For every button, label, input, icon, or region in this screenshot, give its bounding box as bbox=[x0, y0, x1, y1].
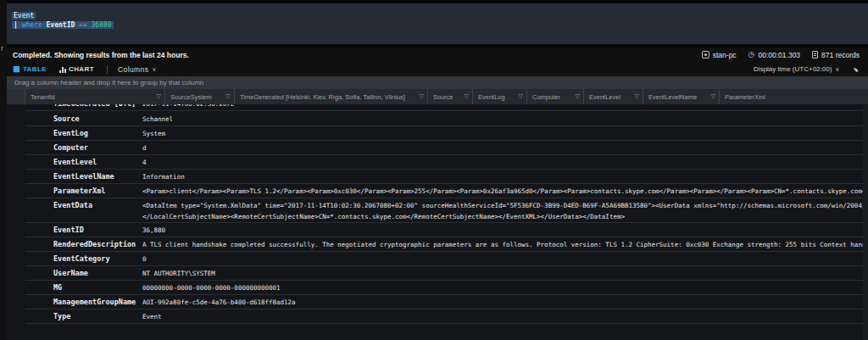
filter-icon[interactable]: ▽ bbox=[461, 93, 469, 100]
filter-icon[interactable]: ▽ bbox=[223, 93, 231, 100]
detail-value: 2017-11-14T08:02:30.207Z bbox=[142, 104, 868, 108]
filter-icon[interactable]: ▽ bbox=[153, 93, 161, 100]
pin-icon[interactable]: ✒ bbox=[851, 64, 861, 74]
detail-row[interactable]: Computer d bbox=[25, 141, 868, 155]
detail-key: ParameterXml bbox=[25, 187, 142, 195]
column-header-computer[interactable]: Computer ▽ bbox=[527, 89, 584, 104]
pipe-token: | bbox=[14, 21, 22, 29]
column-label: TimeGenerated [Helsinki, Kiev, Riga, Sof… bbox=[240, 93, 405, 101]
records-icon bbox=[812, 51, 818, 59]
detail-row[interactable]: EventData <DataItem type="System.XmlData… bbox=[25, 198, 868, 223]
filter-icon[interactable]: ▽ bbox=[515, 93, 523, 100]
detail-row[interactable]: EventLevel 4 bbox=[25, 155, 868, 170]
detail-key: Source bbox=[25, 114, 142, 123]
detail-row[interactable]: UserName NT AUTHORITY\SYSTEM bbox=[25, 266, 868, 281]
detail-key: RenderedDescription bbox=[25, 240, 142, 248]
detail-value: 4 bbox=[142, 159, 868, 166]
detail-value: AOI-992a80fe-c5de-4a76-b400-d618ff8ad12a bbox=[142, 298, 868, 306]
collapsed-side-panel[interactable]: r bbox=[0, 0, 7, 340]
detail-value: Information bbox=[142, 173, 868, 181]
workspace-indicator: stan-pc bbox=[702, 51, 737, 59]
display-time-chevron-icon: ∨ bbox=[835, 66, 839, 73]
column-label: EventLog bbox=[478, 93, 505, 101]
group-by-drop-zone[interactable]: Drag a column header and drop it here to… bbox=[7, 76, 868, 89]
workspace-icon bbox=[702, 51, 709, 59]
query-duration: 00:00:01.303 bbox=[758, 51, 800, 59]
detail-key: EventLevelName bbox=[25, 172, 142, 181]
detail-row[interactable]: EventLog System bbox=[25, 126, 868, 141]
column-header-parameterxml[interactable]: ParameterXml bbox=[720, 89, 868, 104]
column-label: TenantId bbox=[31, 93, 55, 101]
detail-row[interactable]: RenderedDescription A TLS client handsha… bbox=[25, 237, 868, 252]
query-editor[interactable]: Event | where EventID == 36880 bbox=[7, 3, 868, 44]
status-right-group: stan-pc ◷ 00:00:01.303 871 records bbox=[690, 51, 860, 59]
detail-value: Event bbox=[142, 313, 868, 320]
filter-icon[interactable]: ▽ bbox=[416, 93, 424, 100]
detail-row[interactable]: TimeGenerated [UTC] 2017-11-14T08:02:30.… bbox=[25, 104, 868, 111]
filter-icon[interactable]: ▽ bbox=[632, 93, 639, 100]
detail-value: d bbox=[142, 144, 868, 152]
columns-button[interactable]: Columns ∨ bbox=[118, 65, 157, 74]
tab-chart[interactable]: CHART bbox=[59, 65, 94, 73]
column-label: Source bbox=[433, 93, 453, 101]
records-indicator: 871 records bbox=[812, 51, 860, 59]
log-analytics-window: r Event | where EventID == 36880 Complet… bbox=[0, 0, 868, 340]
duration-indicator: ◷ 00:00:01.303 bbox=[748, 51, 801, 59]
display-time-group: Display time (UTC+02:00) ∨ ✒ bbox=[754, 65, 860, 74]
collapsed-panel-label: r bbox=[1, 44, 3, 53]
detail-value: 0 bbox=[142, 255, 868, 263]
column-header-timegenerated[interactable]: TimeGenerated [Helsinki, Kiev, Riga, Sof… bbox=[235, 89, 428, 104]
query-line-1[interactable]: Event bbox=[12, 11, 868, 20]
filter-icon[interactable]: ▽ bbox=[572, 93, 580, 100]
detail-key: UserName bbox=[25, 269, 142, 277]
detail-row[interactable]: Source Schannel bbox=[25, 112, 868, 126]
detail-row[interactable]: MG 00000000-0000-0000-0000-000000000001 bbox=[25, 281, 868, 295]
group-by-hint: Drag a column header and drop it here to… bbox=[14, 79, 203, 86]
detail-row[interactable]: ParameterXml <Param>client</Param><Param… bbox=[25, 184, 868, 198]
equals-operator-token: == bbox=[79, 21, 91, 29]
column-label: EventLevelName bbox=[648, 93, 697, 101]
detail-value: 36,880 bbox=[142, 226, 868, 234]
columns-label: Columns bbox=[118, 65, 148, 74]
detail-key: MG bbox=[25, 283, 142, 292]
main-area: Event | where EventID == 36880 Completed… bbox=[7, 0, 868, 340]
detail-key: Type bbox=[25, 312, 142, 320]
table-grid-icon: ▦ bbox=[13, 65, 20, 73]
column-header-tenantid[interactable]: TenantId ▽ bbox=[25, 89, 165, 104]
tab-table-label: TABLE bbox=[23, 65, 47, 73]
column-header-source[interactable]: Source ▽ bbox=[428, 89, 473, 104]
query-line-2[interactable]: | where EventID == 36880 bbox=[12, 20, 868, 30]
detail-key: EventID bbox=[25, 226, 142, 234]
vertical-scrollbar[interactable] bbox=[863, 104, 868, 340]
detail-key: EventCategory bbox=[25, 254, 142, 263]
chart-bars-icon bbox=[59, 66, 66, 73]
record-count: 871 records bbox=[821, 51, 860, 59]
column-header-sourcesystem[interactable]: SourceSystem ▽ bbox=[165, 89, 235, 104]
expanded-row-details: TimeGenerated [UTC] 2017-11-14T08:02:30.… bbox=[7, 104, 868, 340]
column-header-eventlog[interactable]: EventLog ▽ bbox=[473, 89, 527, 104]
detail-key: TimeGenerated [UTC] bbox=[25, 104, 142, 108]
column-label: EventLevel bbox=[589, 93, 620, 101]
detail-row[interactable]: EventLevelName Information bbox=[25, 170, 868, 184]
detail-value: 00000000-0000-0000-0000-000000000001 bbox=[142, 284, 868, 292]
detail-value: System bbox=[142, 130, 868, 137]
eventid-field-token: EventID bbox=[47, 21, 80, 29]
chevron-down-icon: ∨ bbox=[152, 66, 157, 73]
detail-row[interactable]: EventCategory 0 bbox=[25, 252, 868, 266]
tab-chart-label: CHART bbox=[69, 65, 94, 73]
detail-row[interactable]: ManagementGroupName AOI-992a80fe-c5de-4a… bbox=[25, 295, 868, 309]
display-time-selector[interactable]: Display time (UTC+02:00) bbox=[754, 65, 832, 73]
number-token: 36880 bbox=[92, 21, 112, 29]
detail-row[interactable]: Type Event bbox=[25, 309, 868, 324]
column-label: Computer bbox=[532, 93, 560, 101]
detail-key: ManagementGroupName bbox=[25, 298, 142, 306]
toolbar-divider bbox=[107, 65, 108, 74]
filter-icon[interactable]: ▽ bbox=[708, 93, 715, 100]
detail-row[interactable]: EventID 36,880 bbox=[25, 223, 868, 237]
column-header-eventlevelname[interactable]: EventLevelName ▽ bbox=[643, 89, 720, 104]
tab-table[interactable]: ▦ TABLE bbox=[13, 65, 47, 73]
detail-key: EventLog bbox=[25, 129, 142, 137]
detail-value: A TLS client handshake completed success… bbox=[142, 241, 868, 248]
column-header-eventlevel[interactable]: EventLevel ▽ bbox=[584, 89, 643, 104]
query-table-token: Event bbox=[12, 12, 36, 20]
